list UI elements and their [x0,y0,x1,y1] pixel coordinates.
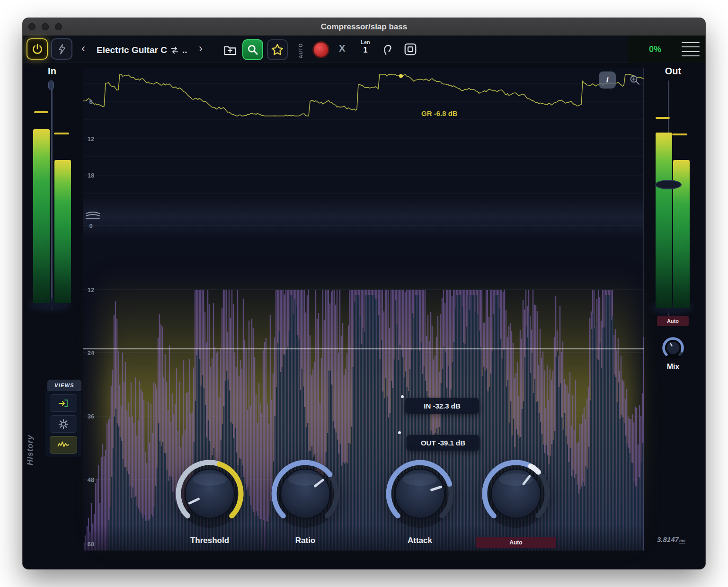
square-in-square-icon [403,42,417,56]
view-button-io[interactable] [50,394,77,412]
scale-label: 48 [84,476,98,483]
input-level-readout: IN -32.3 dB [405,398,479,414]
ratio-knob[interactable]: Ratio [265,454,346,545]
graph-fade [83,525,643,551]
listen-button[interactable] [379,40,398,59]
history-tab[interactable]: History [26,394,35,465]
release-auto-badge[interactable]: Auto [476,537,556,548]
preset-ellipsis: .. [182,45,187,55]
in-level-dot [401,395,404,398]
right-rail: Out Auto Mix 3.8147ms [644,63,705,569]
scale-label: 12 [84,135,98,142]
next-preset-button[interactable]: › [199,42,203,55]
length-label: Len [354,39,377,45]
mix-knob-label: Mix [667,363,680,371]
threshold-grip-handle[interactable] [85,211,101,223]
graph-highlight-band [83,195,643,240]
auto-label: AUTO [298,43,303,58]
view-button-settings[interactable] [50,415,77,433]
plugin-window: Compressor/slap bass ‹ Electric Guitar C… [23,18,705,569]
length-control[interactable]: Len 1 [354,39,377,54]
out-level-dot [398,431,401,434]
scale-label: 24 [84,349,98,356]
attack-knob[interactable]: Attack [380,454,460,545]
cpu-panel: 0% [628,36,705,63]
ear-icon [382,43,395,56]
toolbar: ‹ Electric Guitar C .. › [23,36,705,63]
star-icon [271,43,284,56]
input-peak-marker-left [34,111,48,113]
power-button[interactable] [27,38,48,60]
transfer-graph[interactable]: 6 12 18 0 12 24 36 48 60 GR -6.8 dB i [83,68,644,551]
input-peak-marker-right [54,133,69,134]
views-label: VIEWS [54,382,74,388]
view-button-waveform[interactable] [50,436,77,454]
arrow-into-bracket-icon [57,398,70,409]
mix-knob[interactable] [660,335,686,361]
minimize-button[interactable] [42,23,49,30]
titlebar: Compressor/slap bass [23,18,705,36]
window-title: Compressor/slap bass [321,22,407,32]
record-button[interactable] [312,41,329,58]
release-knob-graphic [476,454,556,534]
power-icon [31,43,44,55]
scale-label: 36 [84,413,98,420]
search-icon [247,44,259,56]
output-level-readout: OUT -39.1 dB [406,435,480,451]
waveform-icon [57,440,70,450]
attack-knob-graphic [380,454,460,534]
input-meter-label: In [48,66,56,77]
value-readout: 3.8147ms [657,535,685,543]
input-meter-left [33,129,50,303]
left-rail: In VIEWS [23,63,83,569]
input-meter-right [54,160,71,303]
save-preset-button[interactable] [221,40,240,59]
length-value: 1 [354,46,377,54]
output-peak-marker-right [672,133,687,135]
gear-icon [58,418,69,430]
scale-label: 12 [84,286,98,294]
preset-selector[interactable]: Electric Guitar C .. [97,43,187,57]
magnifier-plus-icon [629,74,640,86]
info-button[interactable]: i [599,71,616,89]
preset-name: Electric Guitar C [97,45,167,55]
threshold-knob-label: Threshold [169,536,250,545]
output-meter-left [656,133,672,308]
close-button[interactable] [28,23,36,30]
input-gain-slider[interactable] [51,80,53,310]
prev-preset-button[interactable]: ‹ [81,42,85,55]
lightning-icon [56,44,68,55]
window-size-button[interactable] [400,39,420,59]
input-gain-handle[interactable] [48,80,54,90]
search-button[interactable] [242,39,263,60]
threshold-knob-graphic [169,454,250,534]
output-fader-handle[interactable] [655,180,682,189]
output-meter-label: Out [665,66,681,77]
ratio-knob-graphic [265,454,346,534]
menu-button[interactable] [682,42,700,56]
zoom-button[interactable] [55,23,62,30]
scale-label: 18 [84,172,98,179]
folder-add-icon [223,43,237,57]
threshold-knob[interactable]: Threshold [169,454,250,545]
zoom-button-graph[interactable] [628,73,641,87]
scale-label: 60 [84,541,98,548]
preset-swap-icon [170,45,179,55]
ratio-knob-label: Ratio [265,536,346,545]
output-peak-marker-left [656,117,670,119]
output-auto-badge[interactable]: Auto [657,316,689,326]
views-tab[interactable]: VIEWS [47,380,81,391]
gain-reduction-readout: GR -6.8 dB [421,109,458,117]
release-knob[interactable]: Release [476,454,556,545]
attack-knob-label: Attack [380,536,460,545]
scale-label: 0 [84,222,98,230]
clear-button[interactable]: X [339,43,345,54]
views-panel [45,391,81,457]
cpu-percent: 0% [637,36,673,63]
bypass-button[interactable] [51,38,72,60]
favorite-button[interactable] [267,39,288,60]
scale-label: 6 [84,98,98,106]
